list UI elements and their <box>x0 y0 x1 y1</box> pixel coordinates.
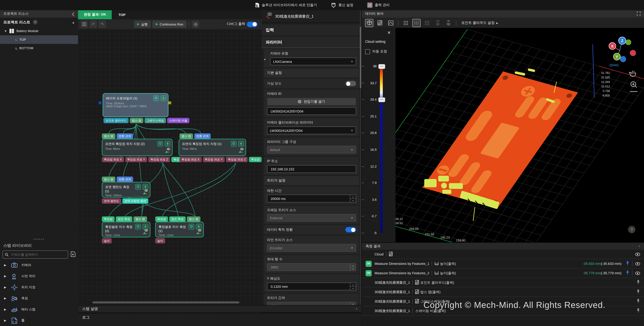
step-search-box[interactable] <box>2 250 68 258</box>
collapse-ports-icon[interactable] <box>135 224 141 230</box>
port-chip[interactable]: 특징점 좌표 X <box>102 157 124 162</box>
expand-right-icon[interactable]: ▶ <box>4 274 7 278</box>
step-category-camera[interactable]: ▶ 카메라 <box>0 260 78 271</box>
collapse-left-icon[interactable]: ❮ <box>72 12 75 16</box>
measurement-results-header[interactable]: 측정 결과 ˅ <box>362 243 644 250</box>
visualization-eye-icon[interactable] <box>238 148 244 155</box>
result-row-cloud[interactable]: Cloud <box>362 250 644 259</box>
basic-settings-header[interactable]: 기본 설정 <box>264 68 359 78</box>
chevron-down-icon[interactable]: ▼ <box>4 30 7 32</box>
collapse-down-icon[interactable]: ˅ <box>639 245 640 248</box>
section-parameters[interactable]: 파라미터 <box>262 37 362 48</box>
step-category-measure[interactable]: ▶ 측정 <box>0 293 78 304</box>
result-row-measure-2[interactable]: OK Measure Dimensions by Features_2 높이(출… <box>362 268 644 278</box>
step-category-locating[interactable]: ▶ 위치 지정 <box>0 282 78 293</box>
visualization-eye-icon[interactable] <box>142 229 148 236</box>
camera-calibration-dropdown[interactable]: LW300241A205YD04 ▼ <box>267 126 356 134</box>
expand-right-icon[interactable]: ▶ <box>4 296 7 300</box>
color-scale-handle-min[interactable] <box>378 97 385 102</box>
color-scale-track[interactable] <box>380 66 383 233</box>
port-chip[interactable]: 특징점 좌표 Z <box>226 157 248 162</box>
spinner-buttons[interactable]: ▲▼ <box>350 264 356 270</box>
node-measure-dimensions-2[interactable]: 특징별로 치수 측정 (2) Time: <1ms <box>102 222 150 237</box>
download-data-icon[interactable] <box>160 95 166 101</box>
result-row-measure-1[interactable]: OK Measure Dimensions by Features_1 높이(출… <box>362 259 644 268</box>
port-chip[interactable]: 특징점 <box>102 216 114 222</box>
section-input[interactable]: 입력 <box>262 25 362 35</box>
continuous-run-button[interactable]: ▶ Continuous Run <box>152 20 186 28</box>
run-button[interactable]: ▶ 실행 <box>134 20 151 28</box>
panel-resize-handle[interactable]: •••••• <box>0 238 78 242</box>
collapse-up-icon[interactable]: ▲ <box>72 21 75 24</box>
project-item-bottom[interactable]: ↑↓ BOTTOM <box>0 44 78 53</box>
close-icon[interactable]: ✕ <box>387 30 391 35</box>
port-chip[interactable]: 전역 피팅된 평면 <box>122 198 148 204</box>
undo-button[interactable]: ↶ <box>90 20 97 28</box>
help-button[interactable]: ? <box>628 226 635 233</box>
step-category-meta-steps[interactable]: ▶ 메타 스텝 <box>0 304 78 315</box>
input-port-square[interactable] <box>98 102 102 104</box>
collapse-ports-icon[interactable] <box>231 141 237 147</box>
save-button[interactable] <box>80 20 88 28</box>
port-chip[interactable]: 스케이링 비율 <box>167 118 189 123</box>
redo-button[interactable]: ↷ <box>98 20 106 28</box>
frame-trigger-dropdown[interactable]: External ▼ <box>267 214 356 222</box>
result-row-pointcloud-output[interactable]: 3D线激光轮廓测量仪_1 포인트 클라우드(출력) <box>362 278 644 287</box>
port-chip[interactable]: 참조 특징 <box>169 216 186 222</box>
pin-icon-blue[interactable] <box>626 260 630 267</box>
step-description-bar[interactable]: 스텝 설명 ˄ <box>78 305 361 312</box>
y-resolution-input[interactable] <box>270 284 348 289</box>
pin-icon-gray[interactable] <box>636 288 640 296</box>
orientation-gizmo[interactable]: X Z Y Z(mm) <box>609 37 636 67</box>
parameter-scrollbar[interactable] <box>360 10 361 305</box>
port-chip[interactable]: 특징점 좌표 X <box>180 157 202 162</box>
port-chip[interactable]: 높이 <box>155 238 165 244</box>
pointcloud-colored-icon[interactable] <box>412 19 420 27</box>
trigger-interval-input[interactable] <box>270 303 348 305</box>
line-trigger-dropdown[interactable]: Encoder ▼ <box>267 244 356 252</box>
port-chip[interactable]: 포인트 클라우드 <box>104 118 128 123</box>
port-chip[interactable]: 뎁스 맵 <box>102 134 116 139</box>
debug-output-toggle[interactable] <box>247 22 258 27</box>
expand-right-icon[interactable]: ▶ <box>4 319 7 322</box>
view-profile-icon[interactable] <box>386 19 395 27</box>
step-category-preprocessing[interactable]: ▶ 사전 처리 <box>0 270 78 282</box>
collapse-ports-icon[interactable] <box>188 224 194 230</box>
run-settings-gear-button[interactable] <box>192 20 199 28</box>
download-data-icon[interactable] <box>238 141 244 147</box>
output-management-button[interactable]: 출력 관리 <box>367 2 390 8</box>
communication-settings-button[interactable]: 통신 설정 <box>331 2 353 8</box>
pointcloud-settings-button[interactable]: 포인트 클라우드 설정 ▶ <box>461 20 498 25</box>
project-list-header[interactable]: 프로젝트 리스트 ? ▲ <box>0 18 78 26</box>
visibility-eye-icon[interactable] <box>635 270 640 277</box>
port-chip[interactable]: 특징점 좌표 Y <box>125 157 147 162</box>
visualization-eye-icon[interactable] <box>142 189 148 196</box>
visualization-eye-icon[interactable] <box>196 229 202 236</box>
spinner-buttons[interactable]: ▲▼ <box>350 283 356 290</box>
collapse-up-icon[interactable]: ˄ <box>356 307 358 310</box>
pointcloud-gray-icon[interactable] <box>423 19 431 27</box>
checkbox-icon[interactable] <box>365 49 370 54</box>
max-rows-input[interactable] <box>270 265 348 270</box>
chevron-down-icon[interactable]: ▼ <box>264 58 266 61</box>
ip-address-input[interactable] <box>270 166 353 171</box>
color-scale-handle-max[interactable] <box>378 64 385 69</box>
open-editor-button[interactable]: 편집기를 열기 <box>267 98 356 106</box>
result-row-depthmap-output[interactable]: 3D线激光轮廓测量仪_1 뎁스 맵(출력) <box>362 288 644 297</box>
judgement-result-tab[interactable]: 판정 결과: OK <box>78 10 112 19</box>
pin-icon-gray[interactable] <box>636 298 640 305</box>
expand-right-icon[interactable]: ▶ <box>4 308 7 311</box>
output-port-square[interactable] <box>168 102 171 104</box>
expand-right-icon[interactable]: ▶ <box>4 286 7 289</box>
visualization-eye-icon[interactable] <box>165 148 170 155</box>
virtual-mode-toggle[interactable] <box>346 81 356 86</box>
step-category-tools[interactable]: ▶ 툴 <box>0 315 78 326</box>
port-chip[interactable]: 참조 특징 <box>116 216 132 222</box>
port-chip[interactable]: 뎁스 맵 <box>130 118 143 123</box>
download-data-icon[interactable] <box>165 141 170 147</box>
fullscreen-icon[interactable] <box>636 12 641 16</box>
pin-icon-blue[interactable] <box>626 270 630 277</box>
port-chip[interactable]: 뎁스 맵 <box>102 176 116 182</box>
visibility-eye-icon[interactable] <box>635 250 640 258</box>
help-icon[interactable]: ? <box>33 20 38 24</box>
